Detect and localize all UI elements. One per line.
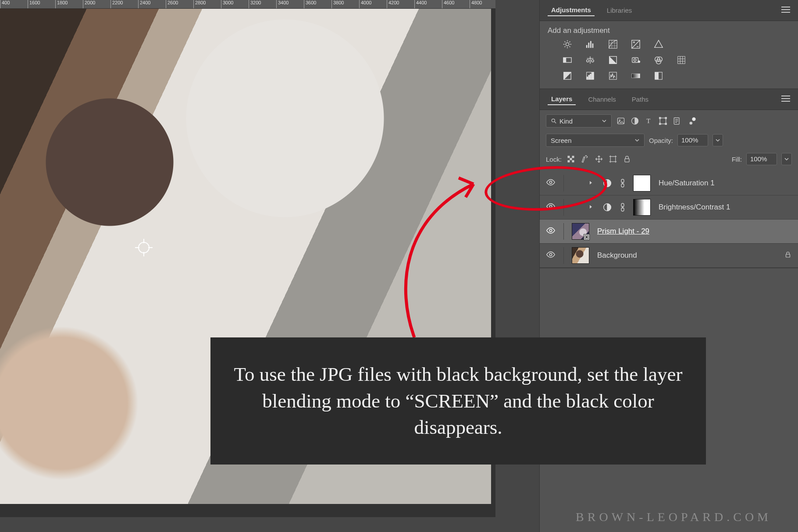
svg-text:T: T <box>646 117 650 124</box>
svg-rect-46 <box>570 158 572 160</box>
fill-stepper[interactable] <box>781 153 792 165</box>
ruler-tick: 3200 <box>249 0 261 9</box>
layer-name[interactable]: Hue/Saturation 1 <box>659 179 715 188</box>
filter-toggle-icon[interactable] <box>688 116 698 126</box>
filter-shape-icon[interactable] <box>658 116 668 126</box>
adjustment-icons-row-3 <box>561 71 790 81</box>
invert-icon[interactable] <box>561 71 574 81</box>
lock-pixels-icon[interactable] <box>580 154 590 164</box>
panel-menu-icon[interactable] <box>781 7 790 14</box>
black-white-icon[interactable] <box>606 55 620 65</box>
ruler-tick: 400 <box>0 0 10 9</box>
lock-transparency-icon[interactable] <box>566 154 576 164</box>
threshold-icon[interactable] <box>606 71 620 81</box>
tab-paths[interactable]: Paths <box>628 94 652 105</box>
visibility-toggle-icon[interactable] <box>546 226 556 238</box>
adjustment-layer-icon <box>602 202 612 212</box>
tab-channels[interactable]: Channels <box>584 94 619 105</box>
hue-saturation-icon[interactable] <box>561 55 574 65</box>
opacity-value[interactable]: 100% <box>677 134 708 146</box>
lock-artboard-icon[interactable] <box>608 154 618 164</box>
svg-point-33 <box>619 120 620 121</box>
opacity-stepper[interactable] <box>712 134 723 146</box>
selective-color-icon[interactable] <box>652 71 665 81</box>
svg-rect-48 <box>572 160 574 163</box>
filter-smart-icon[interactable] <box>672 116 682 126</box>
gradient-map-icon[interactable] <box>629 71 642 81</box>
svg-point-10 <box>587 60 589 62</box>
brightness-icon[interactable] <box>561 39 574 49</box>
svg-point-1 <box>566 43 569 46</box>
layer-row[interactable]: Background <box>540 244 798 268</box>
link-mask-icon[interactable] <box>620 203 625 212</box>
layer-name[interactable]: Prism Light - 29 <box>597 227 649 236</box>
ruler-tick: 4200 <box>387 0 399 9</box>
svg-rect-13 <box>632 58 638 63</box>
layer-filter-dropdown[interactable]: Kind <box>546 114 612 128</box>
svg-rect-63 <box>786 254 790 257</box>
svg-point-62 <box>549 253 552 256</box>
levels-icon[interactable] <box>584 39 597 49</box>
adjustment-icons-row-1 <box>561 39 790 49</box>
lock-position-icon[interactable] <box>594 154 604 164</box>
svg-rect-19 <box>678 57 685 64</box>
filter-image-icon[interactable] <box>616 116 626 126</box>
layers-panel: Layers Channels Paths Kind T <box>540 89 798 268</box>
color-lookup-icon[interactable] <box>675 55 688 65</box>
filter-adjustment-icon[interactable] <box>630 116 640 126</box>
layer-mask-thumb[interactable] <box>633 199 651 216</box>
visibility-toggle-icon[interactable] <box>546 177 556 189</box>
svg-point-43 <box>692 117 695 121</box>
svg-rect-44 <box>567 156 570 158</box>
curves-icon[interactable] <box>606 39 620 49</box>
tab-layers[interactable]: Layers <box>548 93 576 105</box>
filter-type-icon[interactable]: T <box>644 116 654 126</box>
svg-rect-5 <box>592 43 594 48</box>
ruler-horizontal: 400 1600 1800 2000 2200 2400 2600 2800 3… <box>0 0 495 9</box>
layer-row[interactable]: Prism Light - 29 <box>540 220 798 244</box>
ruler-tick: 2400 <box>138 0 150 9</box>
layer-list: Hue/Saturation 1 Brightness/Contrast 1 <box>540 171 798 268</box>
annotation-text: To use the JPG files with black backgrou… <box>228 361 688 441</box>
layer-mask-thumb[interactable] <box>633 175 651 192</box>
visibility-toggle-icon[interactable] <box>546 202 556 213</box>
ruler-tick: 2200 <box>110 0 123 9</box>
tab-libraries[interactable]: Libraries <box>603 5 636 16</box>
lock-all-icon[interactable] <box>622 154 632 164</box>
svg-rect-6 <box>609 40 617 48</box>
visibility-toggle-icon[interactable] <box>546 250 556 262</box>
panel-menu-icon[interactable] <box>781 96 790 103</box>
blend-mode-dropdown[interactable]: Screen <box>546 134 645 147</box>
layer-row[interactable]: Hue/Saturation 1 <box>540 171 798 195</box>
ruler-tick: 4800 <box>470 0 482 9</box>
svg-point-51 <box>549 181 552 184</box>
annotation-overlay: To use the JPG files with black backgrou… <box>210 337 706 465</box>
vibrance-icon[interactable] <box>652 39 665 49</box>
layer-name[interactable]: Brightness/Contrast 1 <box>659 203 730 212</box>
svg-rect-37 <box>659 117 661 119</box>
tab-adjustments[interactable]: Adjustments <box>548 4 595 16</box>
lock-icon[interactable] <box>784 251 792 261</box>
posterize-icon[interactable] <box>584 71 597 81</box>
link-mask-icon[interactable] <box>620 179 625 188</box>
layers-panel-header: Layers Channels Paths <box>540 89 798 110</box>
layer-name[interactable]: Background <box>597 251 637 260</box>
exposure-icon[interactable] <box>629 39 642 49</box>
layer-filter-label: Kind <box>559 117 573 125</box>
opacity-label: Opacity: <box>649 137 673 144</box>
channel-mixer-icon[interactable] <box>652 55 665 65</box>
fill-value[interactable]: 100% <box>746 153 777 165</box>
watermark: BROWN-LEOPARD.COM <box>576 510 772 524</box>
svg-point-55 <box>549 205 552 208</box>
photo-filter-icon[interactable] <box>629 55 642 65</box>
layer-thumb[interactable] <box>572 247 589 264</box>
adjustment-layer-icon <box>602 178 612 188</box>
layer-row[interactable]: Brightness/Contrast 1 <box>540 195 798 220</box>
adjustments-panel-header: Adjustments Libraries <box>540 0 798 21</box>
svg-rect-45 <box>572 156 574 158</box>
svg-rect-25 <box>591 72 594 80</box>
color-balance-icon[interactable] <box>584 55 597 65</box>
layer-thumb[interactable] <box>572 223 589 240</box>
ruler-tick: 4600 <box>442 0 454 9</box>
ruler-tick: 2000 <box>83 0 95 9</box>
